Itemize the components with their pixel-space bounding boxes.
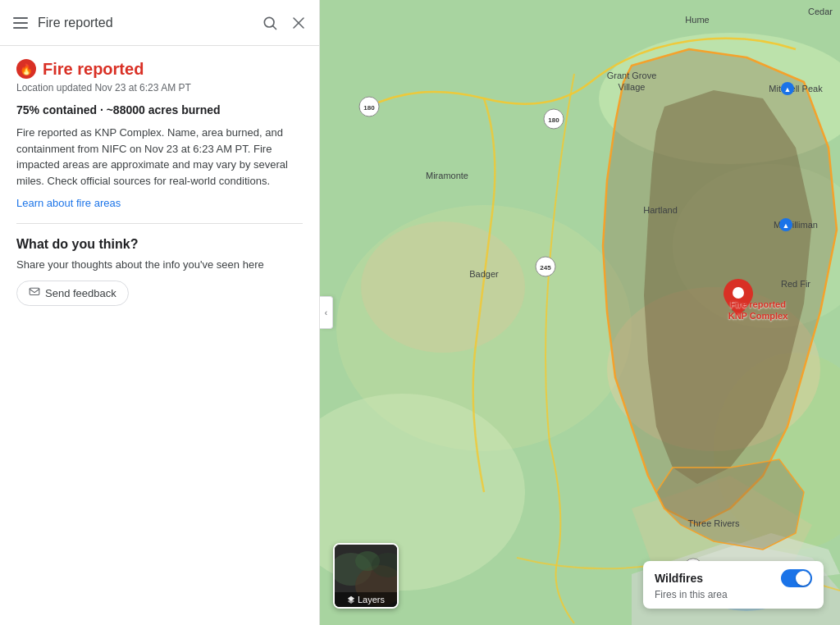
menu-button[interactable] xyxy=(10,14,31,32)
search-button[interactable] xyxy=(258,11,281,34)
svg-text:245: 245 xyxy=(540,264,551,271)
learn-about-fire-link[interactable]: Learn about fire areas xyxy=(16,197,121,209)
svg-text:180: 180 xyxy=(363,104,375,112)
svg-text:▲: ▲ xyxy=(784,85,792,94)
feedback-subtext: Share your thoughts about the info you'v… xyxy=(16,258,303,271)
svg-point-12 xyxy=(361,221,525,353)
svg-text:Village: Village xyxy=(619,82,646,92)
send-feedback-button[interactable]: Send feedback xyxy=(16,281,129,306)
wildfires-title: Wildfires xyxy=(655,572,703,585)
clear-button[interactable] xyxy=(288,12,309,34)
layers-button[interactable]: Layers xyxy=(333,543,399,609)
map-area[interactable]: 180 180 245 216 Hume Grant Grove Village… xyxy=(320,0,840,625)
wildfires-card: Wildfires Fires in this area xyxy=(643,561,824,609)
wildfires-subtitle: Fires in this area xyxy=(655,589,812,600)
svg-text:Grant Grove: Grant Grove xyxy=(607,71,657,80)
left-panel: Fire reported 🔥 Fire reported Location u… xyxy=(0,0,320,625)
fire-description: Fire reported as KNP Complex. Name, area… xyxy=(16,125,303,189)
divider xyxy=(16,223,303,224)
collapse-panel-button[interactable]: ‹ xyxy=(320,296,333,329)
search-query-text: Fire reported xyxy=(38,16,252,30)
svg-text:Cedar: Cedar xyxy=(808,7,833,16)
search-bar: Fire reported xyxy=(0,0,319,46)
containment-info: 75% contained · ~88000 acres burned xyxy=(16,103,303,116)
toggle-thumb xyxy=(796,571,810,586)
wildfires-row: Wildfires xyxy=(655,569,812,587)
fire-marker-label: Fire reported KNP Complex xyxy=(728,299,788,322)
svg-text:Three Rivers: Three Rivers xyxy=(688,518,740,528)
location-updated-text: Location updated Nov 23 at 6:23 AM PT xyxy=(16,82,303,94)
svg-text:Hume: Hume xyxy=(685,15,709,25)
svg-point-22 xyxy=(733,287,744,299)
feedback-heading: What do you think? xyxy=(16,237,303,252)
svg-line-1 xyxy=(273,25,276,29)
svg-text:Badger: Badger xyxy=(469,269,499,279)
svg-text:Mitchell Peak: Mitchell Peak xyxy=(769,84,823,94)
fire-icon: 🔥 xyxy=(16,59,36,79)
send-feedback-label: Send feedback xyxy=(45,287,116,299)
svg-text:Miramonte: Miramonte xyxy=(426,171,468,180)
wildfires-toggle[interactable] xyxy=(781,569,812,587)
svg-text:Hartland: Hartland xyxy=(643,205,678,215)
fire-title: Fire reported xyxy=(43,60,144,79)
svg-marker-53 xyxy=(348,599,354,604)
panel-content: 🔥 Fire reported Location updated Nov 23 … xyxy=(0,46,319,625)
svg-text:Red Fir: Red Fir xyxy=(781,279,810,289)
fire-title-row: 🔥 Fire reported xyxy=(16,59,303,79)
svg-text:▲: ▲ xyxy=(783,221,790,230)
layers-label: Layers xyxy=(335,592,397,607)
svg-text:180: 180 xyxy=(548,116,559,124)
svg-rect-4 xyxy=(30,288,39,294)
layers-text: Layers xyxy=(358,595,385,604)
feedback-icon xyxy=(29,286,40,300)
